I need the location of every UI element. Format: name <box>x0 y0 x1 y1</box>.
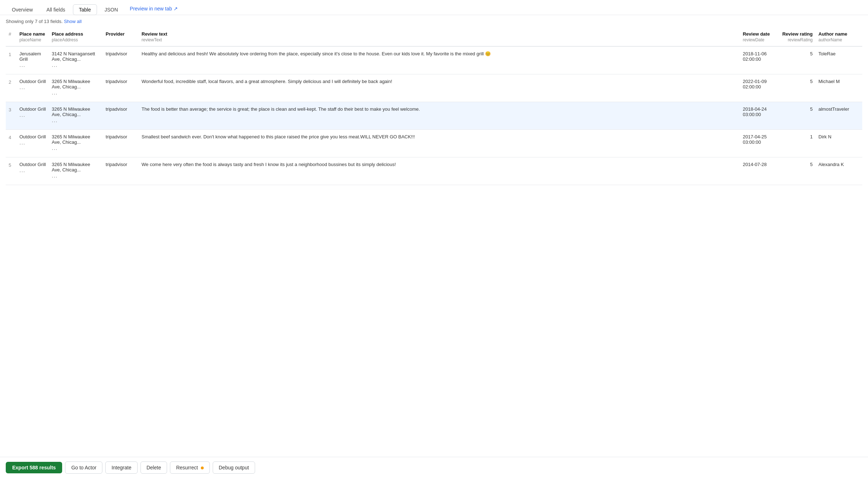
cell-author-name: Dirk N <box>816 130 862 157</box>
table-row: 5 Outdoor Grill ··· 3265 N Milwaukee Ave… <box>6 157 862 185</box>
page-wrapper: Overview All fields Table JSON Preview i… <box>0 0 868 478</box>
cell-place-name: Jerusalem Grill ··· <box>17 46 49 74</box>
table-container[interactable]: # Place name placeName Place address pla… <box>0 28 868 457</box>
cell-num: 5 <box>6 157 17 185</box>
table-row: 2 Outdoor Grill ··· 3265 N Milwaukee Ave… <box>6 74 862 102</box>
resurrect-badge <box>201 466 204 469</box>
cell-author-name: almostTraveler <box>816 102 862 130</box>
results-table: # Place name placeName Place address pla… <box>6 28 862 185</box>
place-name-more-btn[interactable]: ··· <box>19 113 25 120</box>
cell-provider: tripadvisor <box>103 46 139 74</box>
cell-review-text: The food is better than average; the ser… <box>139 102 740 130</box>
col-header-num: # <box>6 28 17 46</box>
table-row: 4 Outdoor Grill ··· 3265 N Milwaukee Ave… <box>6 130 862 157</box>
place-name-more-btn[interactable]: ··· <box>19 86 25 92</box>
cell-num: 1 <box>6 46 17 74</box>
cell-place-address: 3142 N Narragansett Ave, Chicag... ··· <box>49 46 103 74</box>
place-address-more-btn[interactable]: ··· <box>52 146 57 153</box>
bottom-bar: Export 588 results Go to Actor Integrate… <box>0 457 868 478</box>
cell-place-name: Outdoor Grill ··· <box>17 102 49 130</box>
cell-review-text: Wonderful food, incredible staff, local … <box>139 74 740 102</box>
cell-provider: tripadvisor <box>103 157 139 185</box>
col-header-provider: Provider <box>103 28 139 46</box>
cell-author-name: Michael M <box>816 74 862 102</box>
cell-num: 3 <box>6 102 17 130</box>
place-address-more-btn[interactable]: ··· <box>52 91 57 97</box>
cell-review-date: 2014-07-28 <box>740 157 779 185</box>
cell-review-date: 2018-11-06 02:00:00 <box>740 46 779 74</box>
cell-place-address: 3265 N Milwaukee Ave, Chicag... ··· <box>49 102 103 130</box>
cell-place-address: 3265 N Milwaukee Ave, Chicag... ··· <box>49 130 103 157</box>
place-name-more-btn[interactable]: ··· <box>19 141 25 147</box>
place-address-more-btn[interactable]: ··· <box>52 119 57 125</box>
cell-author-name: Alexandra K <box>816 157 862 185</box>
tab-bar: Overview All fields Table JSON Preview i… <box>0 0 868 15</box>
cell-provider: tripadvisor <box>103 102 139 130</box>
place-name-more-btn[interactable]: ··· <box>19 169 25 175</box>
go-to-actor-button[interactable]: Go to Actor <box>65 461 102 474</box>
col-header-review-text: Review text reviewText <box>139 28 740 46</box>
cell-num: 4 <box>6 130 17 157</box>
external-link-icon: ↗ <box>174 6 178 12</box>
col-header-review-date: Review date reviewDate <box>740 28 779 46</box>
table-row: 1 Jerusalem Grill ··· 3142 N Narraganset… <box>6 46 862 74</box>
cell-review-rating: 5 <box>779 74 816 102</box>
cell-review-text: Healthy and delicious and fresh! We abso… <box>139 46 740 74</box>
place-address-more-btn[interactable]: ··· <box>52 174 57 180</box>
fields-info-bar: Showing only 7 of 13 fields. Show all <box>0 15 868 28</box>
cell-review-rating: 5 <box>779 46 816 74</box>
cell-num: 2 <box>6 74 17 102</box>
cell-provider: tripadvisor <box>103 74 139 102</box>
cell-review-date: 2022-01-09 02:00:00 <box>740 74 779 102</box>
cell-review-rating: 1 <box>779 130 816 157</box>
tab-table[interactable]: Table <box>73 4 97 15</box>
export-button[interactable]: Export 588 results <box>6 462 62 473</box>
cell-place-name: Outdoor Grill ··· <box>17 130 49 157</box>
debug-output-button[interactable]: Debug output <box>213 461 255 474</box>
cell-author-name: ToleRae <box>816 46 862 74</box>
cell-review-date: 2018-04-24 03:00:00 <box>740 102 779 130</box>
integrate-button[interactable]: Integrate <box>105 461 137 474</box>
resurrect-button[interactable]: Resurrect <box>170 461 210 474</box>
cell-provider: tripadvisor <box>103 130 139 157</box>
cell-review-rating: 5 <box>779 102 816 130</box>
fields-info-text: Showing only 7 of 13 fields. <box>6 19 63 24</box>
col-header-place-name: Place name placeName <box>17 28 49 46</box>
place-address-more-btn[interactable]: ··· <box>52 63 57 70</box>
cell-review-date: 2017-04-25 03:00:00 <box>740 130 779 157</box>
col-header-place-address: Place address placeAddress <box>49 28 103 46</box>
col-header-review-rating: Review rating reviewRating <box>779 28 816 46</box>
tab-overview[interactable]: Overview <box>6 4 39 15</box>
table-row: 3 Outdoor Grill ··· 3265 N Milwaukee Ave… <box>6 102 862 130</box>
cell-review-rating: 5 <box>779 157 816 185</box>
delete-button[interactable]: Delete <box>140 461 167 474</box>
cell-place-name: Outdoor Grill ··· <box>17 74 49 102</box>
tab-all-fields[interactable]: All fields <box>40 4 71 15</box>
preview-in-new-tab-link[interactable]: Preview in new tab ↗ <box>130 6 178 14</box>
tab-json[interactable]: JSON <box>98 4 124 15</box>
cell-place-name: Outdoor Grill ··· <box>17 157 49 185</box>
cell-review-text: Smallest beef sandwich ever. Don't know … <box>139 130 740 157</box>
show-all-link[interactable]: Show all <box>64 19 82 24</box>
table-header-row: # Place name placeName Place address pla… <box>6 28 862 46</box>
cell-place-address: 3265 N Milwaukee Ave, Chicag... ··· <box>49 157 103 185</box>
place-name-more-btn[interactable]: ··· <box>19 63 25 70</box>
cell-review-text: We come here very often the food is alwa… <box>139 157 740 185</box>
col-header-author-name: Author name authorName <box>816 28 862 46</box>
cell-place-address: 3265 N Milwaukee Ave, Chicag... ··· <box>49 74 103 102</box>
table-body: 1 Jerusalem Grill ··· 3142 N Narraganset… <box>6 46 862 185</box>
